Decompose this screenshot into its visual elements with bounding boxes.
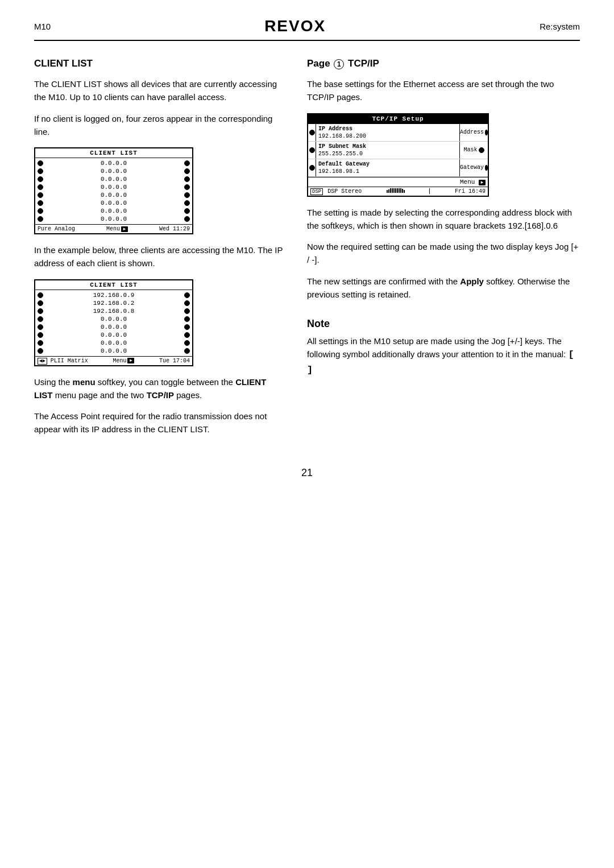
tcpip-address-right-btn: Address xyxy=(459,124,488,141)
screen1-right-btn-1 xyxy=(184,160,190,166)
right-para2: The setting is made by selecting the cor… xyxy=(307,206,580,233)
tcpip-mask-row: IP Subnet Mask 255.255.255.0 Mask xyxy=(308,142,488,159)
screen2-left-btn-8 xyxy=(38,348,43,354)
screen1-row-6: 0.0.0.0 xyxy=(38,199,190,207)
tcpip-address-right-arrow xyxy=(485,130,488,135)
tcpip-address-field-name: IP Address xyxy=(318,125,457,133)
right-para4: The new settings are confirmed with the … xyxy=(307,275,580,301)
screen1-row-5: 0.0.0.0 xyxy=(38,191,190,199)
left-para4: Using the menu softkey, you can toggle b… xyxy=(34,375,284,402)
screen1-body: 0.0.0.0 0.0.0.0 0.0.0.0 xyxy=(35,158,192,224)
tcpip-gateway-value: 192.168.98.1 xyxy=(318,168,457,175)
left-para3: In the example below, three clients are … xyxy=(34,243,284,270)
tcpip-address-row: IP Address 192.168.98.200 Address xyxy=(308,124,488,142)
device-screen-2: CLIENT LIST 192.168.0.9 192.168.0.2 xyxy=(34,279,193,366)
main-content: CLIENT LIST The CLIENT LIST shows all de… xyxy=(34,58,580,444)
screen2-right-btn-1 xyxy=(184,292,190,298)
para4-apply: Apply xyxy=(460,276,484,286)
screen2-left-btn-2 xyxy=(38,300,43,306)
screen1-left-btn-7 xyxy=(38,208,43,214)
screen2-row-5: 0.0.0.0 xyxy=(38,323,190,331)
header-logo: REVOX xyxy=(264,17,326,35)
screen2-row-text-3: 192.168.0.8 xyxy=(43,308,184,315)
page-heading-pre: Page xyxy=(307,58,330,69)
screen1-row-8: 0.0.0.0 xyxy=(38,215,190,223)
screen1-menu-label: Menu xyxy=(106,226,120,232)
screen1-row-text-6: 0.0.0.0 xyxy=(43,200,184,206)
screen2-row-text-2: 192.168.0.2 xyxy=(43,300,184,307)
tcpip-title: TCP/IP Setup xyxy=(308,114,488,124)
screen1-left-btn-2 xyxy=(38,168,43,174)
page-heading: Page 1 TCP/IP xyxy=(307,58,580,69)
screen1-left-btn-3 xyxy=(38,176,43,182)
tcpip-menu-btn: Menu ► xyxy=(460,179,486,185)
client-list-title: CLIENT LIST xyxy=(34,58,284,69)
screen1-right-btn-2 xyxy=(184,168,190,174)
tcpip-mask-value: 255.255.255.0 xyxy=(318,150,457,158)
right-para3: Now the required setting can be made usi… xyxy=(307,240,580,267)
screen2-row-text-1: 192.168.0.9 xyxy=(43,292,184,299)
note-text: All settings in the M10 setup are made u… xyxy=(307,334,580,378)
tcpip-screen: TCP/IP Setup IP Address 192.168.98.200 A… xyxy=(307,113,489,197)
tcpip-status-divider xyxy=(429,188,430,194)
screen1-row-text-1: 0.0.0.0 xyxy=(43,160,184,167)
note-title: Note xyxy=(307,318,580,330)
screen2-status-left: ◄► PLII Matrix xyxy=(38,358,88,364)
menu-icon-2: ► xyxy=(127,358,134,363)
screen2-right-btn-6 xyxy=(184,332,190,338)
page-container: M10 REVOX Re:system CLIENT LIST The CLIE… xyxy=(0,0,614,868)
screen2-row-2: 192.168.0.2 xyxy=(38,299,190,307)
para4-part2: softkey, you can toggle between the xyxy=(96,377,236,387)
tcpip-mask-field-name: IP Subnet Mask xyxy=(318,143,457,150)
screen1-footer: Pure Analog Menu ► Wed 11:29 xyxy=(35,224,192,233)
para4-part1: Using the xyxy=(34,377,73,387)
left-para5: The Access Point required for the radio … xyxy=(34,410,284,436)
screen2-body: 192.168.0.9 192.168.0.2 192.168.0.8 xyxy=(35,290,192,356)
screen1-right-btn-5 xyxy=(184,192,190,198)
right-column: Page 1 TCP/IP The base settings for the … xyxy=(307,58,580,444)
tcpip-menu-label: Menu xyxy=(460,179,475,185)
screen1-right-btn-4 xyxy=(184,184,190,190)
screen2-left-btn-4 xyxy=(38,316,43,322)
tcpip-volume-bar xyxy=(387,188,405,195)
device-screen-1: CLIENT LIST 0.0.0.0 0.0.0.0 0.0.0.0 xyxy=(34,147,193,234)
screen2-row-8: 0.0.0.0 xyxy=(38,347,190,355)
left-column: CLIENT LIST The CLIENT LIST shows all de… xyxy=(34,58,284,444)
left-para2: If no client is logged on, four zeros ap… xyxy=(34,112,284,139)
tcpip-mask-center: IP Subnet Mask 255.255.255.0 xyxy=(316,142,459,159)
note-text-part1: All settings in the M10 setup are made u… xyxy=(307,336,568,359)
screen2-row-text-5: 0.0.0.0 xyxy=(43,324,184,330)
tcpip-gateway-arrow xyxy=(309,165,315,171)
screen1-row-text-7: 0.0.0.0 xyxy=(43,208,184,214)
screen1-left-btn-6 xyxy=(38,200,43,206)
header-right: Re:system xyxy=(540,22,580,31)
screen2-right-btn-4 xyxy=(184,316,190,322)
tcpip-address-left-btn xyxy=(308,124,316,141)
page-header: M10 REVOX Re:system xyxy=(34,17,580,41)
screen2-row-7: 0.0.0.0 xyxy=(38,339,190,347)
screen1-right-btn-6 xyxy=(184,200,190,206)
tcpip-menu-icon: ► xyxy=(479,180,486,185)
tcpip-stereo-label: DSP Stereo xyxy=(327,188,362,195)
tcpip-address-arrow xyxy=(309,130,315,135)
tcpip-mask-right-arrow xyxy=(479,147,484,153)
menu-icon-1: ► xyxy=(121,226,128,232)
tcpip-mask-left-btn xyxy=(308,142,316,159)
screen2-right-btn-8 xyxy=(184,348,190,354)
screen1-status-right: Wed 11:29 xyxy=(159,226,190,232)
screen2-row-text-4: 0.0.0.0 xyxy=(43,316,184,323)
right-para1: The base settings for the Ethernet acces… xyxy=(307,77,580,104)
screen1-row-2: 0.0.0.0 xyxy=(38,167,190,175)
screen2-left-btn-6 xyxy=(38,332,43,338)
tcpip-status-right: Fri 16:49 xyxy=(455,188,486,195)
screen2-title: CLIENT LIST xyxy=(35,280,192,290)
screen1-title: CLIENT LIST xyxy=(35,148,192,158)
tcpip-address-center: IP Address 192.168.98.200 xyxy=(316,124,459,141)
tcpip-mask-right-btn: Mask xyxy=(459,142,488,159)
screen1-row-3: 0.0.0.0 xyxy=(38,175,190,183)
screen2-row-text-6: 0.0.0.0 xyxy=(43,332,184,338)
para4-part4: pages. xyxy=(174,390,202,400)
screen2-right-btn-5 xyxy=(184,324,190,330)
tcpip-address-value: 192.168.98.200 xyxy=(318,133,457,140)
page-num-circle: 1 xyxy=(334,59,344,69)
